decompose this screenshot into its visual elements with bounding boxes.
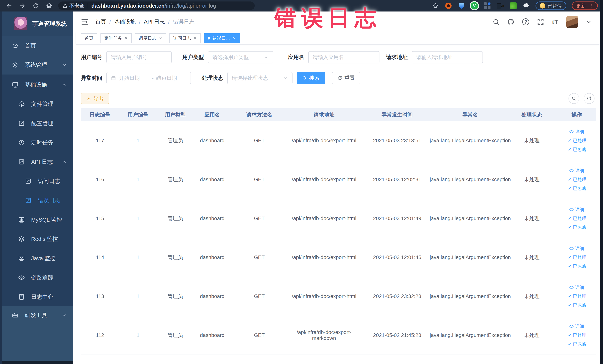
extensions-puzzle-icon[interactable] [522,2,530,10]
extension-leaf-icon[interactable] [510,2,517,10]
extension-v-icon[interactable]: V [471,2,478,10]
close-icon[interactable] [159,36,162,40]
tag-access-log[interactable]: 访问日志 [169,33,201,43]
mark-done-link[interactable]: 已处理 [567,254,586,260]
sidebar-item-redis-monitor[interactable]: Redis 监控 [2,229,73,249]
help-icon[interactable]: ? [522,18,530,26]
detail-link[interactable]: 详细 [569,168,584,174]
hamburger-icon[interactable] [81,18,89,26]
mark-done-link[interactable]: 已处理 [567,176,586,182]
mark-ignore-link[interactable]: 已忽略 [567,302,586,308]
search-icon[interactable] [492,18,500,26]
req-url-input-box [412,51,483,63]
chevron-down-icon [283,75,288,81]
check-icon [567,138,571,143]
sidebar-item-access-log[interactable]: 访问日志 [2,172,73,191]
sidebar-item-infra[interactable]: 基础设施 [2,75,73,94]
url-host: dashboard.yudao.iocoder.cn [91,3,165,9]
sidebar-item-tracing[interactable]: 链路追踪 [2,268,73,287]
app-logo-row[interactable]: 芋道管理系统 [2,12,73,36]
mark-ignore-link[interactable]: 已忽略 [567,341,586,347]
browser-update-chip[interactable]: 更新 [572,1,598,10]
sidebar-item-system[interactable]: 系统管理 [2,55,73,75]
breadcrumb-api-log[interactable]: API 日志 [144,18,165,26]
mark-done-link[interactable]: 已处理 [567,293,586,299]
tag-scheduled-jobs[interactable]: 定时任务 [101,33,132,43]
profile-paused-chip[interactable]: 已暂停 [535,1,566,10]
sidebar-item-api-log[interactable]: API 日志 [2,152,73,172]
dashboard-icon [12,42,19,49]
browser-reload-icon[interactable] [32,1,40,10]
avatar-caret-down-icon[interactable] [585,18,592,25]
status-select[interactable]: 请选择处理状态 [227,72,292,84]
mark-ignore-link[interactable]: 已忽略 [567,146,586,153]
check-icon [567,255,571,260]
search-icon [302,76,307,81]
bookmark-star-icon[interactable] [432,2,439,10]
detail-link[interactable]: 详细 [569,284,584,290]
close-icon[interactable] [193,36,197,40]
sidebar-item-mysql-monitor[interactable]: MySQL 监控 [2,210,73,229]
check-icon [567,264,571,269]
close-icon[interactable] [232,36,236,40]
mark-done-link[interactable]: 已处理 [567,215,586,221]
mark-ignore-link[interactable]: 已忽略 [567,186,586,191]
user-no-input[interactable] [111,54,167,60]
reset-button[interactable]: 重置 [332,72,360,84]
sidebar-item-scheduled-jobs[interactable]: 定时任务 [2,133,73,152]
browser-home-icon[interactable] [45,1,53,10]
date-range-picker[interactable]: 开始日期 - 结束日期 [106,72,191,84]
github-icon[interactable] [507,18,515,26]
edit-icon [18,159,25,165]
avatar[interactable] [566,16,578,28]
req-url-input[interactable] [416,54,478,60]
toolbox-icon [12,312,19,318]
fullscreen-icon[interactable] [537,18,545,26]
chevron-down-icon [61,62,67,68]
browser-back-icon[interactable] [5,1,13,10]
filter-row-1: 用户编号 用户类型 请选择用户类型 应用名 请求地址 [81,51,594,63]
table-row: 112 1 管理员 dashboard GET /api/infra/db-do… [81,316,596,355]
extension-shield-icon[interactable] [458,2,465,10]
breadcrumb-home[interactable]: 首页 [95,18,106,26]
toggle-search-button[interactable] [568,93,579,104]
window-right-edge [600,0,603,364]
address-bar[interactable]: 不安全 dashboard.yudao.iocoder.cn /infra/lo… [58,1,255,10]
breadcrumb-infra[interactable]: 基础设施 [114,18,136,26]
sidebar-item-error-log[interactable]: 错误日志 [2,191,73,210]
search-button[interactable]: 搜索 [297,72,325,84]
browser-menu-kebab-icon[interactable] [589,3,593,8]
sidebar-item-java-monitor[interactable]: Java 监控 [2,249,73,268]
user-type-select[interactable]: 请选择用户类型 [208,51,273,63]
tag-error-log[interactable]: 错误日志 [204,33,240,43]
detail-link[interactable]: 详细 [569,129,584,135]
sidebar-item-file-mgmt[interactable]: 文件管理 [2,94,73,114]
extension-on-badge-icon[interactable]: on [497,2,504,10]
detail-link[interactable]: 详细 [569,207,584,212]
sidebar-item-dev-tools[interactable]: 研发工具 [2,305,73,325]
export-button[interactable]: 导出 [81,93,109,104]
close-icon[interactable] [124,36,128,40]
detail-link[interactable]: 详细 [569,246,584,251]
app-name-input-box [308,51,380,63]
mark-ignore-link[interactable]: 已忽略 [567,224,586,230]
app-name-input[interactable] [313,54,375,60]
font-size-icon[interactable]: tT [551,18,559,26]
mark-done-link[interactable]: 已处理 [567,138,586,143]
sidebar-item-config-mgmt[interactable]: 配置管理 [2,114,73,133]
extension-orange-icon[interactable] [445,2,452,10]
table-toolbar: 导出 [81,93,594,104]
sidebar-item-log-center[interactable]: 日志中心 [2,287,73,306]
browser-forward-icon[interactable] [18,1,27,10]
mark-ignore-link[interactable]: 已忽略 [567,263,586,269]
tag-home[interactable]: 首页 [81,33,97,43]
mark-done-link[interactable]: 已处理 [567,332,586,338]
layers-icon [18,236,25,242]
detail-link[interactable]: 详细 [569,323,584,329]
sidebar: 芋道管理系统 首页 系统管理 基础设施 文件管理 配置管理 定时任务 API 日… [0,12,73,364]
sidebar-item-home[interactable]: 首页 [2,36,73,55]
extension-grid-icon[interactable] [484,2,491,10]
tag-schedule-log[interactable]: 调度日志 [135,33,166,43]
refresh-table-button[interactable] [584,93,594,104]
calendar-icon [111,75,116,81]
